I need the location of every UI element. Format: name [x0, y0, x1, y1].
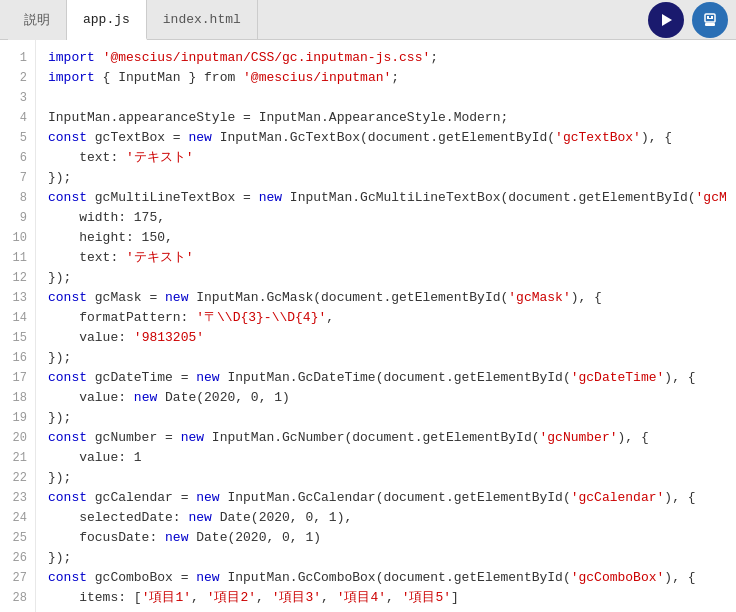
line-number: 22: [0, 468, 35, 488]
code-line: text: 'テキスト': [48, 148, 736, 168]
line-number: 26: [0, 548, 35, 568]
line-number: 11: [0, 248, 35, 268]
code-area: 1234567891011121314151617181920212223242…: [0, 40, 736, 612]
zip-button[interactable]: [692, 2, 728, 38]
line-number: 5: [0, 128, 35, 148]
code-line: formatPattern: '〒\\D{3}-\\D{4}',: [48, 308, 736, 328]
svg-rect-2: [707, 16, 709, 18]
line-number: 14: [0, 308, 35, 328]
tab-appjs[interactable]: app.js: [67, 0, 147, 40]
line-number: 1: [0, 48, 35, 68]
code-line: });: [48, 608, 736, 612]
svg-rect-5: [705, 23, 715, 26]
line-number: 7: [0, 168, 35, 188]
code-line: });: [48, 268, 736, 288]
line-number: 15: [0, 328, 35, 348]
code-line: const gcMask = new InputMan.GcMask(docum…: [48, 288, 736, 308]
line-number: 20: [0, 428, 35, 448]
code-line: const gcComboBox = new InputMan.GcComboB…: [48, 568, 736, 588]
code-line: });: [48, 348, 736, 368]
code-line: text: 'テキスト': [48, 248, 736, 268]
line-number: 18: [0, 388, 35, 408]
run-button[interactable]: [648, 2, 684, 38]
line-number: 9: [0, 208, 35, 228]
zip-icon: [702, 12, 718, 28]
code-line: height: 150,: [48, 228, 736, 248]
code-line: const gcNumber = new InputMan.GcNumber(d…: [48, 428, 736, 448]
code-line: value: '9813205': [48, 328, 736, 348]
run-icon: [658, 12, 674, 28]
line-numbers: 1234567891011121314151617181920212223242…: [0, 40, 36, 612]
code-line: value: 1: [48, 448, 736, 468]
svg-rect-4: [707, 18, 713, 19]
code-line: InputMan.appearanceStyle = InputMan.Appe…: [48, 108, 736, 128]
line-number: 10: [0, 228, 35, 248]
code-line: focusDate: new Date(2020, 0, 1): [48, 528, 736, 548]
code-line: import { InputMan } from '@mescius/input…: [48, 68, 736, 88]
code-line: });: [48, 168, 736, 188]
tab-setsumei[interactable]: 説明: [8, 0, 67, 40]
tab-appjs-label: app.js: [83, 12, 130, 27]
code-line: width: 175,: [48, 208, 736, 228]
line-number: 3: [0, 88, 35, 108]
line-number: 16: [0, 348, 35, 368]
code-line: const gcDateTime = new InputMan.GcDateTi…: [48, 368, 736, 388]
code-line: });: [48, 408, 736, 428]
code-line: const gcCalendar = new InputMan.GcCalend…: [48, 488, 736, 508]
tab-bar: 説明 app.js index.html: [0, 0, 736, 40]
code-line: items: ['項目1', '項目2', '項目3', '項目4', '項目5…: [48, 588, 736, 608]
line-number: 6: [0, 148, 35, 168]
line-number: 4: [0, 108, 35, 128]
code-line: });: [48, 548, 736, 568]
line-number: 13: [0, 288, 35, 308]
line-number: 21: [0, 448, 35, 468]
tab-indexhtml-label: index.html: [163, 12, 241, 27]
line-number: 25: [0, 528, 35, 548]
tab-indexhtml[interactable]: index.html: [147, 0, 258, 40]
line-number: 17: [0, 368, 35, 388]
code-line: const gcMultiLineTextBox = new InputMan.…: [48, 188, 736, 208]
line-number: 27: [0, 568, 35, 588]
code-content[interactable]: import '@mescius/inputman/CSS/gc.inputma…: [36, 40, 736, 612]
tab-setsumei-label: 説明: [24, 11, 50, 29]
code-line: });: [48, 468, 736, 488]
code-line: [48, 88, 736, 108]
line-number: 2: [0, 68, 35, 88]
tab-actions: [648, 2, 728, 38]
line-number: 24: [0, 508, 35, 528]
line-number: 23: [0, 488, 35, 508]
line-number: 19: [0, 408, 35, 428]
line-number: 28: [0, 588, 35, 608]
line-number: 12: [0, 268, 35, 288]
code-line: import '@mescius/inputman/CSS/gc.inputma…: [48, 48, 736, 68]
svg-marker-0: [662, 14, 672, 26]
code-line: value: new Date(2020, 0, 1): [48, 388, 736, 408]
code-line: const gcTextBox = new InputMan.GcTextBox…: [48, 128, 736, 148]
code-line: selectedDate: new Date(2020, 0, 1),: [48, 508, 736, 528]
line-number: 8: [0, 188, 35, 208]
line-number: 29: [0, 608, 35, 612]
svg-rect-3: [711, 16, 713, 18]
